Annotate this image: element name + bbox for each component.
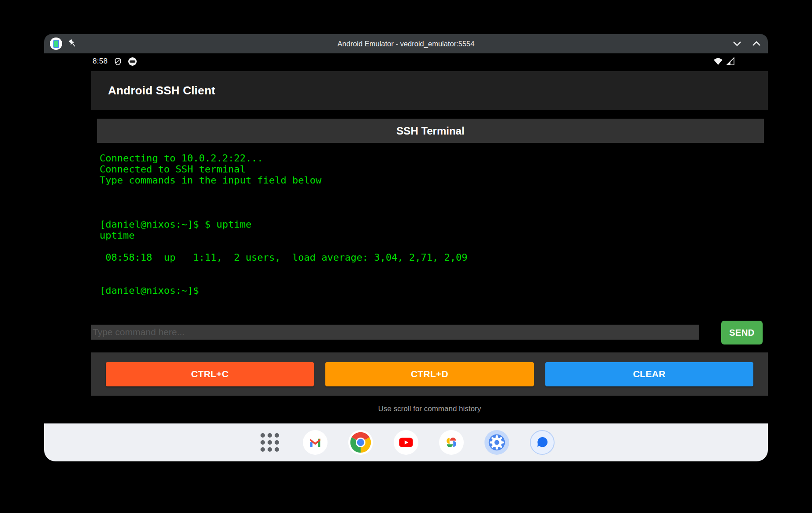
window-controls — [733, 34, 761, 53]
chrome-icon[interactable] — [348, 430, 373, 455]
youtube-icon[interactable] — [394, 430, 418, 455]
terminal-output[interactable]: Connecting to 10.0.2.2:22... Connected t… — [100, 153, 764, 296]
status-right-icons — [713, 57, 735, 65]
terminal-line — [100, 208, 764, 219]
terminal-line: uptime — [100, 230, 764, 241]
terminal-line: 08:58:18 up 1:11, 2 users, load average:… — [100, 252, 764, 263]
terminal-line — [100, 263, 764, 274]
control-button-row: CTRL+C CTRL+D CLEAR — [91, 352, 768, 396]
face-disc-icon — [128, 57, 137, 66]
gmail-icon[interactable] — [303, 430, 328, 455]
status-bar: 8:58 — [44, 53, 768, 69]
taskbar-dock — [44, 423, 768, 461]
scroll-hint: Use scroll for command history — [91, 404, 768, 413]
terminal-line: Connecting to 10.0.2.2:22... — [100, 153, 764, 164]
window-title: Android Emulator - vedroid_emulator:5554 — [44, 34, 768, 53]
terminal-line: [daniel@nixos:~]$ $ uptime — [100, 219, 764, 230]
chevron-down-icon[interactable] — [733, 41, 741, 46]
phone-icon — [53, 40, 59, 48]
terminal-line — [100, 186, 764, 197]
terminal-line — [100, 197, 764, 208]
cell-signal-icon — [726, 57, 735, 65]
ctrl-c-button[interactable]: CTRL+C — [106, 362, 314, 386]
terminal-line — [100, 274, 764, 285]
desktop: Android Emulator - vedroid_emulator:5554 — [0, 0, 812, 513]
ssh-client-app: Android SSH Client SSH Terminal Connecti… — [91, 71, 768, 423]
terminal-line: Connected to SSH terminal — [100, 164, 764, 175]
wifi-icon — [713, 57, 723, 65]
pin-icon[interactable] — [67, 38, 78, 49]
window-titlebar[interactable]: Android Emulator - vedroid_emulator:5554 — [44, 34, 768, 53]
messages-icon[interactable] — [530, 430, 555, 455]
send-button[interactable]: SEND — [721, 321, 763, 344]
app-drawer-icon[interactable] — [257, 430, 282, 455]
terminal-line: Type commands in the input field below — [100, 175, 764, 186]
google-photos-icon[interactable] — [439, 430, 464, 455]
clock: 8:58 — [93, 57, 108, 66]
terminal-line: [daniel@nixos:~]$ — [100, 285, 764, 296]
shield-icon — [114, 57, 122, 66]
command-input[interactable] — [91, 325, 699, 340]
terminal-line — [100, 241, 764, 252]
app-bar: Android SSH Client — [91, 71, 768, 110]
terminal-header: SSH Terminal — [97, 119, 764, 143]
emulator-window: Android Emulator - vedroid_emulator:5554 — [44, 34, 768, 461]
app-title: Android SSH Client — [108, 84, 215, 97]
emulator-app-icon — [50, 37, 62, 50]
ctrl-d-button[interactable]: CTRL+D — [325, 362, 533, 386]
terminal-header-title: SSH Terminal — [396, 125, 464, 137]
chevron-up-icon[interactable] — [752, 41, 761, 46]
settings-icon[interactable] — [484, 430, 509, 455]
clear-button[interactable]: CLEAR — [545, 362, 753, 386]
